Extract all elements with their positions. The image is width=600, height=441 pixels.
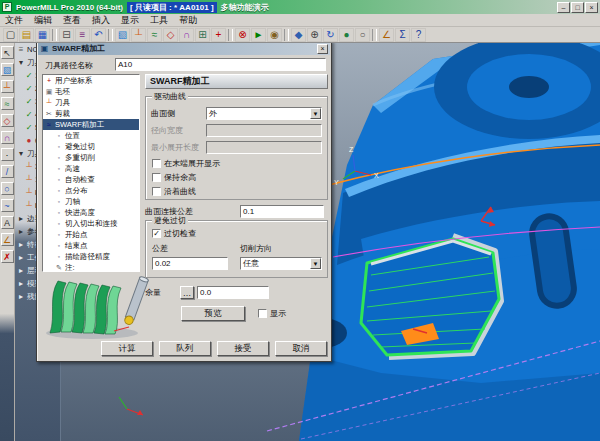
- new-project-icon[interactable]: ▢: [3, 28, 18, 42]
- save-project-icon[interactable]: ▦: [35, 28, 50, 42]
- toolpath-name-input[interactable]: A10: [115, 58, 326, 71]
- dropdown-arrow-icon[interactable]: ▼: [310, 258, 321, 269]
- boundary-create-icon[interactable]: ◇: [1, 114, 14, 127]
- dialog-tree-item[interactable]: ◦ 点分布: [43, 185, 139, 196]
- text-icon[interactable]: A: [1, 216, 14, 229]
- dialog-title-bar[interactable]: ▣ SWARF精加工 ×: [38, 42, 330, 55]
- gouge-check-checkbox[interactable]: ✓: [152, 229, 161, 238]
- dialog-tree-item[interactable]: ◦ 快进高度: [43, 207, 139, 218]
- help-icon[interactable]: ?: [411, 28, 426, 42]
- dialog-tree-item[interactable]: ◦ 刀轴: [43, 196, 139, 207]
- dialog-action-button[interactable]: 接受: [217, 341, 269, 356]
- menu-item[interactable]: 文件: [5, 14, 23, 27]
- dialog-tree-item-icon: ≈: [45, 121, 53, 128]
- print-icon[interactable]: ⊟: [59, 28, 74, 42]
- circle-icon[interactable]: ○: [1, 182, 14, 195]
- menu-item[interactable]: 显示: [121, 14, 139, 27]
- shade-icon[interactable]: ●: [339, 28, 354, 42]
- boundary-icon[interactable]: ◇: [163, 28, 178, 42]
- fan-at-ends-checkbox[interactable]: [152, 159, 161, 168]
- surface-side-select[interactable]: 外 ▼: [206, 107, 322, 120]
- menu-item[interactable]: 插入: [92, 14, 110, 27]
- dialog-tree-item[interactable]: ✂ 剪裁: [43, 108, 139, 119]
- explorer-item-icon: ▸: [17, 279, 25, 288]
- minimize-button[interactable]: –: [557, 2, 570, 13]
- dialog-tree-item[interactable]: ▣ 毛坯: [43, 86, 139, 97]
- dropdown-arrow-icon[interactable]: ▼: [310, 108, 321, 119]
- menu-item[interactable]: 帮助: [179, 14, 197, 27]
- dialog-tree-item[interactable]: ◦ 描绘路径精度: [43, 251, 139, 262]
- feature-icon[interactable]: ⊞: [195, 28, 210, 42]
- dialog-tree-item[interactable]: ◦ 高速: [43, 163, 139, 174]
- dialog-action-button[interactable]: 队列: [159, 341, 211, 356]
- toolpath-icon[interactable]: ≈: [147, 28, 162, 42]
- dialog-tree-item[interactable]: ◦ 自动检查: [43, 174, 139, 185]
- maximize-button[interactable]: □: [571, 2, 584, 13]
- dialog-tree-item[interactable]: ≈ SWARF精加工: [43, 119, 139, 130]
- dialog-tree-item[interactable]: ◦ 结束点: [43, 240, 139, 251]
- tool-create-icon[interactable]: ┴: [1, 80, 14, 93]
- macro-icon[interactable]: ≡: [75, 28, 90, 42]
- rotate-view-icon[interactable]: ↻: [323, 28, 338, 42]
- toolpath-create-icon[interactable]: ≈: [1, 97, 14, 110]
- drive-curve-group: 驱动曲线 曲面侧 外 ▼ 径向宽度 最小展开长度: [145, 96, 328, 200]
- collision-icon[interactable]: ⊗: [235, 28, 250, 42]
- menu-item[interactable]: 编辑: [34, 14, 52, 27]
- dialog-tree-item[interactable]: ◦ 避免过切: [43, 141, 139, 152]
- follow-curve-checkbox[interactable]: [152, 187, 161, 196]
- keep-height-checkbox[interactable]: [152, 173, 161, 182]
- preview-button[interactable]: 预览: [181, 306, 245, 321]
- line-icon[interactable]: /: [1, 165, 14, 178]
- iso-view-icon[interactable]: ◆: [291, 28, 306, 42]
- viewmill-icon[interactable]: ◉: [267, 28, 282, 42]
- dialog-tree-item-label: 位置: [65, 131, 80, 141]
- tolerance-input[interactable]: 0.02: [152, 257, 228, 270]
- delete-icon[interactable]: ✗: [1, 250, 14, 263]
- curve-icon[interactable]: ~: [1, 199, 14, 212]
- zoom-icon[interactable]: ⊕: [307, 28, 322, 42]
- menu-item[interactable]: 工具: [150, 14, 168, 27]
- pattern-create-icon[interactable]: ∩: [1, 131, 14, 144]
- toolbar-separator[interactable]: [372, 29, 377, 41]
- thickness-input[interactable]: 0.0: [197, 286, 269, 299]
- dialog-action-button[interactable]: 取消: [275, 341, 327, 356]
- toolbar-separator[interactable]: [284, 29, 289, 41]
- block-create-icon[interactable]: ▧: [1, 63, 14, 76]
- calculator-icon[interactable]: Σ: [395, 28, 410, 42]
- dialog-action-button[interactable]: 计算: [101, 341, 153, 356]
- dialog-tree-item[interactable]: ◦ 开始点: [43, 229, 139, 240]
- thickness-options-button[interactable]: …: [180, 286, 194, 299]
- show-preview-checkbox[interactable]: [258, 309, 267, 318]
- undo-icon[interactable]: ↶: [91, 28, 106, 42]
- open-project-icon[interactable]: ▤: [19, 28, 34, 42]
- dialog-tree-item[interactable]: ┴ 刀具: [43, 97, 139, 108]
- dialog-tree-item[interactable]: ✎ 注:: [43, 262, 139, 272]
- close-button[interactable]: ×: [585, 2, 598, 13]
- toolbar-separator[interactable]: [52, 29, 57, 41]
- dialog-tree-item-label: 刀轴: [65, 197, 80, 207]
- block-icon[interactable]: ▧: [115, 28, 130, 42]
- measure-icon[interactable]: ∠: [379, 28, 394, 42]
- tool-icon[interactable]: ┴: [131, 28, 146, 42]
- point-icon[interactable]: ·: [1, 148, 14, 161]
- dialog-tree-item[interactable]: ◦ 切入切出和连接: [43, 218, 139, 229]
- dialog-tree-item[interactable]: ◦ 位置: [43, 130, 139, 141]
- toolbar-separator[interactable]: [228, 29, 233, 41]
- toolbar-separator[interactable]: [108, 29, 113, 41]
- wireframe-icon[interactable]: ○: [355, 28, 370, 42]
- cut-direction-select[interactable]: 任意 ▼: [240, 257, 322, 270]
- surface-join-tolerance-input[interactable]: 0.1: [240, 205, 324, 218]
- measure-tool-icon[interactable]: ∠: [1, 233, 14, 246]
- explorer-item-icon: ✓: [25, 123, 33, 132]
- dialog-tree-item[interactable]: + 用户坐标系: [43, 75, 139, 86]
- degouge-group: 避免过切 ✓ 过切检查 公差 切削方向 0.02 任意 ▼: [145, 220, 328, 278]
- select-cursor-icon[interactable]: ↖: [1, 46, 14, 59]
- simulate-icon[interactable]: ►: [251, 28, 266, 42]
- dialog-tree-item-label: SWARF精加工: [55, 120, 104, 130]
- dialog-close-button[interactable]: ×: [317, 44, 328, 54]
- menu-item[interactable]: 查看: [63, 14, 81, 27]
- explorer-item-icon: ▸: [17, 214, 25, 223]
- dialog-tree-item[interactable]: ◦ 多重切削: [43, 152, 139, 163]
- pattern-icon[interactable]: ∩: [179, 28, 194, 42]
- workplane-icon[interactable]: +: [211, 28, 226, 42]
